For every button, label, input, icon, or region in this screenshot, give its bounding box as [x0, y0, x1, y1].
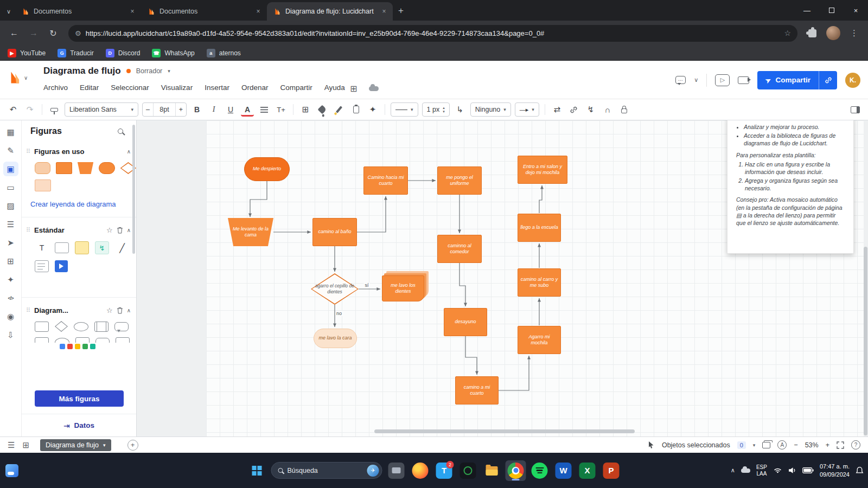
- zoom-level[interactable]: 53%: [805, 441, 819, 449]
- battery-icon[interactable]: [802, 467, 814, 473]
- draft-status-label[interactable]: Borrador: [136, 67, 163, 75]
- flow-node-n8[interactable]: me lavo los dientes: [382, 275, 424, 301]
- flow-node-n12[interactable]: Agarro mi mochila: [518, 326, 561, 354]
- hyperlink-icon[interactable]: [567, 102, 580, 117]
- insert-diagram-icon[interactable]: ⊞: [350, 84, 357, 94]
- powerpoint-icon[interactable]: P: [601, 460, 622, 481]
- text-color-button[interactable]: A: [241, 102, 254, 117]
- flow-node-n2[interactable]: Me levanto de la cama: [228, 218, 273, 246]
- accessibility-icon[interactable]: A: [777, 440, 787, 450]
- publish-icon[interactable]: ➤: [3, 235, 18, 250]
- clock[interactable]: 07:47 a. m. 09/09/2024: [820, 463, 850, 478]
- shape-tile-line[interactable]: ╱: [115, 241, 129, 255]
- tab-close-icon[interactable]: ×: [380, 7, 388, 16]
- shape-library-icon[interactable]: [82, 344, 88, 349]
- menu-compartir[interactable]: Compartir: [280, 84, 312, 92]
- t-app-icon[interactable]: T2: [434, 460, 455, 481]
- forward-icon[interactable]: →: [26, 28, 41, 38]
- browser-menu-icon[interactable]: ⋮: [847, 28, 861, 38]
- underline-button[interactable]: U: [224, 102, 237, 117]
- spotify-icon[interactable]: [529, 460, 550, 481]
- stroke-width-select[interactable]: 1 px ▴▾: [422, 102, 450, 117]
- page-list-icon[interactable]: ☰: [8, 440, 15, 450]
- user-avatar[interactable]: K.: [845, 73, 860, 88]
- format-painter-icon[interactable]: [48, 102, 61, 117]
- flow-node-n7[interactable]: agarro el cepillo de dientes: [311, 273, 359, 305]
- code-icon[interactable]: </>: [3, 291, 18, 305]
- flow-node-n15[interactable]: Entro a mi salon y dejo mi mochila: [518, 156, 567, 184]
- connector-type-icon[interactable]: ↳: [454, 102, 467, 117]
- shape-library-icon[interactable]: [67, 344, 73, 349]
- panels-icon[interactable]: ▦: [3, 125, 18, 139]
- onedrive-icon[interactable]: [741, 468, 750, 473]
- italic-button[interactable]: I: [207, 102, 220, 117]
- layers-icon[interactable]: [762, 442, 770, 448]
- image-icon[interactable]: ▨: [3, 198, 18, 213]
- search-shapes-icon[interactable]: [118, 129, 123, 134]
- data-linking-icon[interactable]: ☰: [3, 217, 18, 232]
- text-options-icon[interactable]: T+: [275, 102, 288, 117]
- shape-chip-rounded-tan[interactable]: [35, 162, 50, 174]
- shape-tile-rect[interactable]: [55, 242, 69, 253]
- canvas[interactable]: Me despiertoMe levanto de la camacamino …: [137, 120, 868, 436]
- xbox-icon[interactable]: [458, 460, 478, 481]
- shape-tile-text[interactable]: T: [35, 241, 49, 255]
- frame-icon[interactable]: ▭: [3, 180, 18, 195]
- data-footer[interactable]: ⇥ Datos: [22, 414, 136, 436]
- flow-node-n10[interactable]: desayuno: [444, 308, 487, 336]
- ink-icon[interactable]: ✎: [3, 143, 18, 158]
- help-icon[interactable]: ?: [851, 440, 860, 450]
- reload-icon[interactable]: ↻: [46, 28, 61, 38]
- desktop-app-icon[interactable]: [386, 460, 407, 481]
- flow-node-n4[interactable]: Camino hacia mi cuarto: [363, 166, 408, 195]
- shape-library-icon[interactable]: [60, 344, 65, 349]
- chrome-icon[interactable]: [506, 460, 526, 481]
- share-button[interactable]: ➤ Compartir: [757, 71, 819, 89]
- start-button[interactable]: [247, 460, 267, 481]
- shadow-select[interactable]: Ninguno ▾: [470, 102, 511, 117]
- favorite-icon[interactable]: ☆: [106, 226, 113, 234]
- hidden-icons-chevron[interactable]: ∧: [731, 467, 735, 474]
- font-size-increase[interactable]: +: [175, 103, 186, 116]
- objects-caret-icon[interactable]: ▾: [753, 442, 756, 448]
- widgets-icon[interactable]: [5, 464, 18, 477]
- arrow-end-select[interactable]: —▸ ▾: [515, 102, 539, 117]
- shape-o-callout[interactable]: [95, 338, 110, 343]
- tab-search-icon[interactable]: ∨: [0, 8, 15, 21]
- redo-icon[interactable]: ↷: [23, 102, 36, 117]
- shape-chip-trap[interactable]: [78, 162, 93, 174]
- magnetize-icon[interactable]: ∩: [601, 102, 614, 117]
- flow-node-n14[interactable]: llego a la escuela: [518, 214, 561, 242]
- import-icon[interactable]: ⇩: [3, 328, 18, 342]
- create-legend-link[interactable]: Crear leyenda de diagrama: [22, 195, 136, 214]
- zoom-in-button[interactable]: +: [826, 441, 829, 449]
- shape-chip-rect-tan[interactable]: [35, 179, 51, 191]
- shape-o-rect[interactable]: [35, 322, 49, 332]
- browser-tab[interactable]: Documentos×: [15, 2, 141, 21]
- undo-icon[interactable]: ↶: [7, 102, 20, 117]
- copy-link-button[interactable]: [819, 71, 837, 89]
- trash-icon[interactable]: [117, 307, 123, 314]
- line-style-select[interactable]: ▾: [391, 102, 418, 117]
- line-color-icon[interactable]: [333, 102, 346, 117]
- flow-node-n1[interactable]: Me despierto: [244, 157, 290, 181]
- collapse-icon[interactable]: ∧: [127, 307, 131, 313]
- shape-chip-rect-orange[interactable]: [56, 162, 72, 174]
- shape-tile-note[interactable]: [75, 241, 89, 254]
- copy-style-icon[interactable]: [349, 102, 362, 117]
- section-estandar[interactable]: ⠿ Estándar ☆ ∧: [22, 221, 136, 239]
- shape-o-rect[interactable]: [35, 337, 49, 343]
- shape-library-icon[interactable]: [75, 344, 80, 349]
- menu-ayuda[interactable]: Ayuda: [324, 84, 345, 92]
- fill-color-icon[interactable]: [316, 102, 329, 117]
- close-button[interactable]: ×: [844, 0, 868, 21]
- word-icon[interactable]: W: [553, 460, 574, 481]
- bookmark-youtube[interactable]: ▶YouTube: [8, 49, 46, 57]
- flow-node-n13[interactable]: camino al carro y me subo: [518, 268, 561, 297]
- font-size-value[interactable]: 8pt: [154, 103, 175, 116]
- shape-tile-list[interactable]: [35, 260, 49, 272]
- right-panel-toggle-icon[interactable]: [848, 102, 861, 117]
- flow-node-n5[interactable]: me pongo el uniforme: [437, 166, 482, 195]
- objects-selected-label[interactable]: Objetos seleccionados: [662, 441, 730, 449]
- menu-insertar[interactable]: Insertar: [205, 84, 229, 92]
